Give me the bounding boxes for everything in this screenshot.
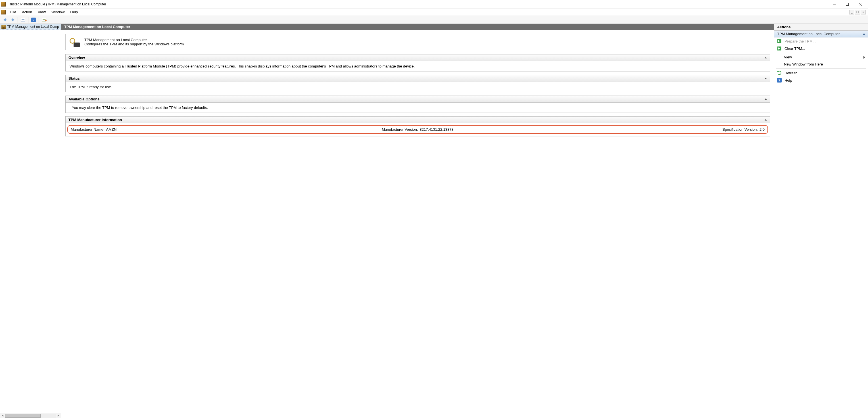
action-help-label: Help [784,78,792,82]
section-options: Available Options You may clear the TPM … [65,96,770,113]
actions-pane: Actions TPM Management on Local Computer… [774,24,868,418]
action-new-window[interactable]: New Window from Here [774,61,868,68]
toolbar-forward[interactable] [9,17,16,23]
section-status-body: The TPM is ready for use. [66,82,770,92]
toolbar: ? [0,16,868,24]
action-new-window-label: New Window from Here [784,62,823,66]
scroll-left-button[interactable]: ◄ [0,413,5,418]
tree-horizontal-scrollbar[interactable]: ◄ ► [0,413,61,418]
section-overview-body: Windows computers containing a Trusted P… [66,61,770,71]
toolbar-help[interactable]: ? [30,17,37,23]
section-options-body: You may clear the TPM to remove ownershi… [66,103,770,113]
intro-title: TPM Management on Local Computer [84,38,184,42]
scroll-thumb[interactable] [5,414,41,418]
mdi-close[interactable]: × [861,10,866,14]
result-pane-header: TPM Management on Local Computer [61,24,774,30]
section-options-text: You may clear the TPM to remove ownershi… [70,105,766,110]
refresh-icon [777,71,782,75]
action-clear-tpm[interactable]: Clear TPM... [774,45,868,52]
mfr-name-value: AMZN [106,127,117,132]
go-arrow-icon [777,46,782,51]
action-refresh[interactable]: Refresh [774,69,868,77]
actions-subtitle[interactable]: TPM Management on Local Computer [774,31,868,37]
section-options-header[interactable]: Available Options [66,96,770,103]
window-controls [828,0,867,8]
help-icon: ? [777,78,782,82]
intro-box: TPM Management on Local Computer Configu… [65,34,770,50]
toolbar-separator [28,17,28,23]
tree-root-node[interactable]: TPM Management on Local Comp [0,24,61,30]
section-overview-header[interactable]: Overview [66,55,770,61]
toolbar-show-hide-action-pane[interactable] [41,17,48,23]
collapse-icon [863,33,865,35]
go-arrow-icon [777,39,782,43]
collapse-icon [765,57,767,59]
result-pane: TPM Management on Local Computer TPM Man… [61,24,774,418]
intro-desc: Configures the TPM and its support by th… [84,42,184,46]
mdi-minimize[interactable]: _ [849,10,855,14]
menu-help[interactable]: Help [67,10,81,14]
console-tree: TPM Management on Local Comp ◄ ► [0,24,61,418]
mfr-ver-label: Manufacturer Version: [382,127,418,132]
toolbar-show-hide-console-tree[interactable] [20,17,26,23]
scroll-right-button[interactable]: ► [56,413,61,418]
section-manufacturer-header[interactable]: TPM Manufacturer Information [66,116,770,124]
section-status-title: Status [68,76,80,80]
manufacturer-version: Manufacturer Version: 8217.4131.22.13878 [302,127,533,132]
manufacturer-name: Manufacturer Name: AMZN [71,127,302,132]
tree-root-label: TPM Management on Local Comp [7,25,59,29]
action-view-label: View [784,55,792,59]
tpm-node-icon [1,25,6,29]
actions-separator [776,68,866,69]
scroll-track[interactable] [5,414,56,418]
section-manufacturer-title: TPM Manufacturer Information [68,118,122,122]
section-overview: Overview Windows computers containing a … [65,54,770,71]
actions-title: Actions [774,24,868,31]
app-icon [1,2,6,6]
section-status-header[interactable]: Status [66,75,770,82]
action-view[interactable]: View [774,54,868,61]
collapse-icon [765,78,767,79]
window-title: Trusted Platform Module (TPM) Management… [8,2,828,6]
menu-view[interactable]: View [35,10,49,14]
toolbar-back[interactable] [2,17,8,23]
specification-version: Specification Version: 2.0 [533,127,765,132]
result-pane-body: TPM Management on Local Computer Configu… [61,30,774,144]
collapse-icon [765,98,767,100]
section-options-title: Available Options [68,97,99,101]
actions-subtitle-label: TPM Management on Local Computer [777,32,840,36]
section-manufacturer: TPM Manufacturer Information Manufacture… [65,116,770,136]
menu-file[interactable]: File [7,10,19,14]
tpm-key-icon [70,37,80,47]
mdi-restore[interactable]: ❐ [855,10,860,14]
submenu-arrow-icon [864,56,865,59]
section-overview-title: Overview [68,56,85,60]
action-help[interactable]: ? Help [774,77,868,84]
actions-separator [776,53,866,53]
menubar-app-icon [1,10,6,14]
intro-text: TPM Management on Local Computer Configu… [84,38,184,46]
menu-action[interactable]: Action [19,10,35,14]
action-prepare-label: Prepare the TPM... [784,39,816,43]
minimize-button[interactable] [828,0,841,8]
menu-window[interactable]: Window [49,10,67,14]
mfr-name-label: Manufacturer Name: [71,127,104,132]
svg-rect-1 [846,3,849,5]
action-clear-label: Clear TPM... [784,46,805,51]
action-refresh-label: Refresh [784,71,798,75]
workspace: TPM Management on Local Comp ◄ ► TPM Man… [0,24,868,418]
titlebar: Trusted Platform Module (TPM) Management… [0,0,868,8]
collapse-icon [765,119,767,120]
mfr-spec-label: Specification Version: [722,127,758,132]
menubar: File Action View Window Help _ ❐ × [0,8,868,16]
action-prepare-tpm: Prepare the TPM... [774,37,868,45]
toolbar-separator [18,17,18,23]
mfr-ver-value: 8217.4131.22.13878 [420,127,453,132]
close-button[interactable] [854,0,867,8]
section-status: Status The TPM is ready for use. [65,75,770,92]
manufacturer-info-row: Manufacturer Name: AMZN Manufacturer Ver… [67,125,768,134]
mfr-spec-value: 2.0 [760,127,765,132]
mdi-controls: _ ❐ × [849,10,867,14]
maximize-button[interactable] [841,0,854,8]
